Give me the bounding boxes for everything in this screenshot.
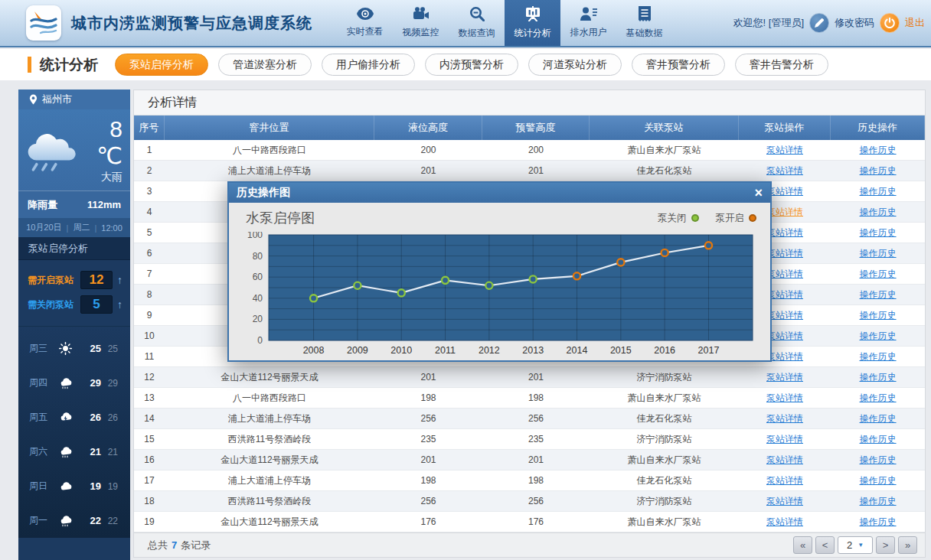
pump-detail-link[interactable]: 泵站详情 <box>766 330 803 343</box>
edit-password-icon[interactable] <box>809 13 829 33</box>
operation-history-link[interactable]: 操作历史 <box>860 454 897 467</box>
forecast-high: 25 <box>90 343 101 354</box>
pump-detail-link[interactable]: 泵站详情 <box>766 309 803 322</box>
operation-history-link[interactable]: 操作历史 <box>860 206 897 219</box>
close-icon[interactable]: × <box>754 186 763 200</box>
cell-station: 佳龙石化泵站 <box>590 470 739 490</box>
pump-detail-link[interactable]: 泵站详情 <box>766 371 803 384</box>
operation-history-link[interactable]: 操作历史 <box>860 392 897 405</box>
nav-item-chart[interactable]: 统计分析 <box>505 0 560 46</box>
pump-history-chart: 0204060801002008200920102011201220132014… <box>229 230 770 360</box>
chart-title: 水泵启停图 <box>246 209 315 227</box>
next-page-button[interactable]: > <box>876 536 895 554</box>
pump-stats: 需开启泵站12↑需关闭泵站5↑ <box>18 260 130 327</box>
cell-location: 浦上大道浦上停车场 <box>165 470 374 490</box>
analysis-tab-5[interactable]: 窨井预警分析 <box>632 54 725 76</box>
cell-station: 萧山自来水厂泵站 <box>590 140 739 160</box>
operation-history-link[interactable]: 操作历史 <box>860 412 897 425</box>
search-icon <box>469 6 485 24</box>
pump-detail-link[interactable]: 泵站详情 <box>766 206 803 219</box>
rain-icon <box>57 515 74 527</box>
forecast-high: 26 <box>90 412 101 423</box>
cell-location: 八一中路西段路口 <box>165 140 374 160</box>
forecast-row: 周四2929 <box>18 366 130 400</box>
svg-text:2013: 2013 <box>522 345 544 356</box>
operation-history-link[interactable]: 操作历史 <box>860 495 897 508</box>
column-header: 历史操作 <box>831 116 925 140</box>
pump-detail-link[interactable]: 泵站详情 <box>766 226 803 239</box>
cell-no: 12 <box>134 367 165 387</box>
nav-item-data[interactable]: 基础数据 <box>616 0 672 46</box>
nav-item-label: 统计分析 <box>514 27 551 40</box>
logout-icon[interactable] <box>880 13 900 33</box>
nav-item-user[interactable]: 排水用户 <box>560 0 616 46</box>
nav-item-search[interactable]: 数据查询 <box>449 0 505 46</box>
cell-warn-level: 235 <box>482 429 590 449</box>
forecast-high: 19 <box>90 480 101 492</box>
current-weather: 8 ℃ 大雨 <box>18 109 130 190</box>
pump-detail-link[interactable]: 泵站详情 <box>766 144 803 157</box>
first-page-button[interactable]: « <box>793 536 812 554</box>
sun-icon <box>57 342 74 355</box>
logout-link[interactable]: 退出 <box>905 16 925 30</box>
pump-detail-link[interactable]: 泵站详情 <box>766 412 803 425</box>
last-page-button[interactable]: » <box>898 536 917 554</box>
nav-item-eye[interactable]: 实时查看 <box>337 0 393 46</box>
cell-no: 1 <box>134 140 165 160</box>
cell-warn-level: 176 <box>482 512 590 532</box>
pump-detail-link[interactable]: 泵站详情 <box>766 392 803 405</box>
forecast-day: 周五 <box>29 411 57 424</box>
analysis-tab-1[interactable]: 管道淤塞分析 <box>218 54 312 76</box>
pump-detail-link[interactable]: 泵站详情 <box>766 164 803 177</box>
pump-detail-link[interactable]: 泵站详情 <box>766 288 803 301</box>
pump-detail-link[interactable]: 泵站详情 <box>766 185 803 198</box>
pump-detail-link[interactable]: 泵站详情 <box>766 495 803 508</box>
operation-history-link[interactable]: 操作历史 <box>860 226 897 239</box>
pump-detail-link[interactable]: 泵站详情 <box>766 247 803 260</box>
cell-no: 5 <box>134 223 165 243</box>
cell-level: 198 <box>374 388 482 408</box>
operation-history-link[interactable]: 操作历史 <box>860 433 897 446</box>
column-header: 关联泵站 <box>590 116 739 140</box>
svg-text:2016: 2016 <box>654 345 675 356</box>
nav-item-video[interactable]: 视频监控 <box>393 0 449 46</box>
operation-history-link[interactable]: 操作历史 <box>860 288 897 301</box>
operation-history-link[interactable]: 操作历史 <box>860 268 897 281</box>
cell-level: 256 <box>374 491 482 511</box>
page-select[interactable]: 2 ▼ <box>838 536 873 554</box>
pump-detail-link[interactable]: 泵站详情 <box>766 268 803 281</box>
table-row: 13八一中路西段路口198198萧山自来水厂泵站泵站详情操作历史 <box>134 388 925 409</box>
video-icon <box>413 7 430 23</box>
rain-cloud-icon <box>23 127 80 173</box>
operation-history-link[interactable]: 操作历史 <box>860 247 897 260</box>
operation-history-link[interactable]: 操作历史 <box>860 144 897 157</box>
operation-history-link[interactable]: 操作历史 <box>860 309 897 322</box>
operation-history-link[interactable]: 操作历史 <box>860 516 897 529</box>
nav-item-label: 视频监控 <box>403 26 439 39</box>
operation-history-link[interactable]: 操作历史 <box>860 371 897 384</box>
pump-detail-link[interactable]: 泵站详情 <box>766 516 803 529</box>
pump-detail-link[interactable]: 泵站详情 <box>766 433 803 446</box>
change-password-link[interactable]: 修改密码 <box>835 16 874 30</box>
operation-history-link[interactable]: 操作历史 <box>860 350 897 363</box>
cell-location: 西洪路11号祭酒岭段 <box>165 429 374 449</box>
analysis-tab-6[interactable]: 窨井告警分析 <box>735 54 828 76</box>
analysis-tab-2[interactable]: 用户偷排分析 <box>322 54 415 76</box>
operation-history-link[interactable]: 操作历史 <box>860 185 897 198</box>
analysis-tab-4[interactable]: 河道泵站分析 <box>528 54 622 76</box>
operation-history-link[interactable]: 操作历史 <box>860 330 897 343</box>
modal-title-bar[interactable]: 历史操作图 × <box>229 183 770 203</box>
operation-history-link[interactable]: 操作历史 <box>860 164 897 177</box>
pump-detail-link[interactable]: 泵站详情 <box>766 454 803 467</box>
analysis-tab-3[interactable]: 内涝预警分析 <box>425 54 518 76</box>
operation-history-link[interactable]: 操作历史 <box>860 474 897 487</box>
table-row: 2浦上大道浦上停车场201201佳龙石化泵站泵站详情操作历史 <box>134 161 925 181</box>
pump-detail-link[interactable]: 泵站详情 <box>766 474 803 487</box>
analysis-tab-0[interactable]: 泵站启停分析 <box>115 54 208 76</box>
date-row: 10月20日| 周二| 12:00 <box>18 218 130 237</box>
modal-title: 历史操作图 <box>237 186 290 200</box>
cell-no: 8 <box>134 285 165 304</box>
cell-level: 235 <box>374 429 482 449</box>
pump-detail-link[interactable]: 泵站详情 <box>766 350 803 363</box>
prev-page-button[interactable]: < <box>815 536 835 554</box>
